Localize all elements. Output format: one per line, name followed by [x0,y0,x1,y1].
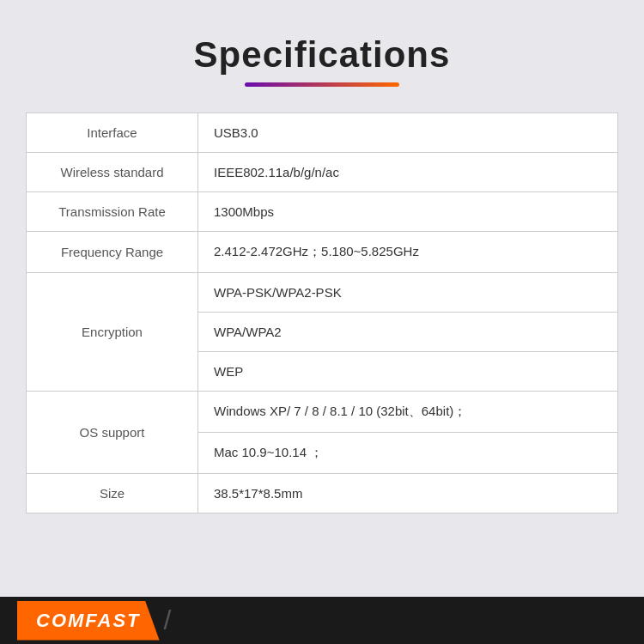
value-encryption-2: WPA/WPA2 [198,313,618,352]
value-wireless-standard: IEEE802.11a/b/g/n/ac [198,153,618,192]
value-interface: USB3.0 [198,113,618,153]
value-encryption-3: WEP [198,352,618,392]
value-os-support-2: Mac 10.9~10.14 ； [198,433,618,474]
table-row: Wireless standard IEEE802.11a/b/g/n/ac [27,153,618,192]
brand-badge: COMFAST [17,601,160,641]
title-section: Specifications [194,34,451,87]
value-os-support-1: Windows XP/ 7 / 8 / 8.1 / 10 (32bit、64bi… [198,392,618,433]
value-encryption-1: WPA-PSK/WPA2-PSK [198,273,618,313]
table-row: Interface USB3.0 [27,113,618,153]
table-row: Frequency Range 2.412-2.472GHz；5.180~5.8… [27,232,618,273]
table-row: OS support Windows XP/ 7 / 8 / 8.1 / 10 … [27,392,618,433]
value-frequency-range: 2.412-2.472GHz；5.180~5.825GHz [198,232,618,273]
label-size: Size [27,474,198,513]
table-row: Transmission Rate 1300Mbps [27,192,618,232]
footer: COMFAST / [0,597,644,644]
value-size: 38.5*17*8.5mm [198,474,618,513]
page-title: Specifications [194,34,451,76]
brand-name: COMFAST [36,610,141,632]
label-frequency-range: Frequency Range [27,232,198,273]
footer-slash-icon: / [164,605,172,636]
specs-table-container: Interface USB3.0 Wireless standard IEEE8… [26,112,618,513]
title-underline [245,82,399,87]
value-transmission-rate: 1300Mbps [198,192,618,232]
label-os-support: OS support [27,392,198,474]
label-wireless-standard: Wireless standard [27,153,198,192]
table-row: Encryption WPA-PSK/WPA2-PSK [27,273,618,313]
label-transmission-rate: Transmission Rate [27,192,198,232]
label-encryption: Encryption [27,273,198,392]
specs-table: Interface USB3.0 Wireless standard IEEE8… [26,112,618,513]
table-row: Size 38.5*17*8.5mm [27,474,618,513]
label-interface: Interface [27,113,198,153]
